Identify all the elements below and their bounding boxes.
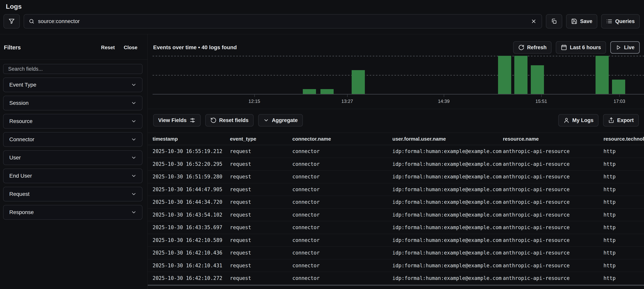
table-cell: request	[230, 161, 292, 167]
table-row[interactable]: 2025-10-30 16:43:54.102requestconnectori…	[148, 209, 644, 221]
filter-section-session[interactable]: Session	[3, 96, 142, 110]
table-row[interactable]: 2025-10-30 16:44:34.720requestconnectori…	[148, 196, 644, 209]
table-cell: http	[604, 212, 644, 218]
queries-button[interactable]: Queries	[601, 14, 640, 28]
reset-fields-button[interactable]: Reset fields	[205, 114, 254, 126]
table-row[interactable]: 2025-10-30 16:55:19.212requestconnectori…	[148, 145, 644, 158]
x-axis-tick	[347, 94, 348, 97]
table-cell: request	[230, 212, 292, 218]
chevron-down-icon	[131, 155, 137, 161]
top-bar: Logs Save Queries	[0, 3, 644, 34]
save-label: Save	[580, 18, 592, 24]
table-cell: idp:formal:human:example@example.com	[392, 225, 503, 230]
time-range-button[interactable]: Last 6 hours	[556, 41, 606, 54]
table-cell: connector	[292, 199, 392, 205]
export-label: Export	[617, 117, 634, 123]
reset-fields-label: Reset fields	[219, 117, 249, 123]
chevron-down-icon	[131, 191, 137, 197]
chart-bar[interactable]	[352, 70, 365, 94]
search-box[interactable]	[24, 14, 542, 28]
view-fields-button[interactable]: View Fields	[153, 114, 201, 126]
column-header-user.formal.user.name[interactable]: user.formal.user.name	[392, 136, 503, 142]
table-cell: anthropic-api-resource	[503, 148, 604, 154]
table-row[interactable]: 2025-10-30 15:52:00.737requestconnectori…	[148, 286, 644, 289]
table-row[interactable]: 2025-10-30 16:42:10.272requestconnectori…	[148, 272, 644, 285]
table-cell: idp:formal:human:example@example.com	[392, 187, 503, 192]
my-logs-button[interactable]: My Logs	[558, 114, 599, 126]
table-cell: connector	[292, 148, 392, 154]
table-cell: 2025-10-30 16:42:10.431	[152, 263, 230, 269]
filter-section-label: Event Type	[9, 82, 36, 88]
table-cell: 2025-10-30 16:42:10.272	[152, 275, 230, 281]
table-row[interactable]: 2025-10-30 16:51:59.280requestconnectori…	[148, 170, 644, 183]
column-header-resource.name[interactable]: resource.name	[503, 136, 604, 142]
table-cell: request	[230, 148, 292, 154]
table-cell: request	[230, 263, 292, 269]
table-row[interactable]: 2025-10-30 16:42:10.436requestconnectori…	[148, 247, 644, 259]
filter-section-request[interactable]: Request	[3, 187, 142, 201]
table-row[interactable]: 2025-10-30 16:42:10.589requestconnectori…	[148, 234, 644, 247]
filter-section-connector[interactable]: Connector	[3, 132, 142, 147]
table-cell: connector	[292, 187, 392, 192]
refresh-button[interactable]: Refresh	[513, 41, 552, 54]
column-header-event_type[interactable]: event_type	[230, 136, 292, 142]
table-cell: 2025-10-30 16:55:19.212	[152, 148, 230, 154]
table-row[interactable]: 2025-10-30 16:42:10.431requestconnectori…	[148, 259, 644, 272]
table-toolbar: View Fields Reset fields Aggregate My Lo…	[148, 109, 644, 131]
chart-bar[interactable]	[498, 56, 511, 94]
table-cell: connector	[292, 161, 392, 167]
table-row[interactable]: 2025-10-30 16:44:47.905requestconnectori…	[148, 183, 644, 196]
aggregate-button[interactable]: Aggregate	[258, 114, 303, 126]
search-fields-input[interactable]	[3, 64, 142, 74]
table-cell: http	[604, 199, 644, 205]
table-cell: anthropic-api-resource	[503, 212, 604, 218]
filter-section-event-type[interactable]: Event Type	[3, 77, 142, 92]
chart-bar[interactable]	[531, 65, 544, 94]
table-cell: idp:formal:human:example@example.com	[392, 174, 503, 180]
filters-title: Filters	[4, 44, 21, 51]
copy-query-button[interactable]	[546, 14, 562, 28]
chart-bar[interactable]	[303, 89, 316, 94]
reset-filters-button[interactable]: Reset	[101, 44, 115, 50]
search-row: Save Queries	[4, 14, 640, 28]
table-row[interactable]: 2025-10-30 16:43:35.697requestconnectori…	[148, 221, 644, 234]
table-cell: 2025-10-30 16:44:47.905	[152, 187, 230, 192]
filter-section-label: Session	[9, 100, 29, 106]
filter-section-resource[interactable]: Resource	[3, 114, 142, 129]
table-cell: request	[230, 275, 292, 281]
refresh-label: Refresh	[527, 44, 547, 50]
filter-toggle-button[interactable]	[4, 14, 20, 28]
export-button[interactable]: Export	[603, 114, 639, 126]
table-cell: idp:formal:human:example@example.com	[392, 237, 503, 243]
save-button[interactable]: Save	[566, 14, 597, 28]
logs-table: timestampevent_typeconnector.nameuser.fo…	[148, 133, 644, 289]
table-cell: anthropic-api-resource	[503, 263, 604, 269]
share-icon	[608, 117, 614, 123]
filters-header: Filters Reset Close	[3, 43, 142, 51]
table-cell: 2025-10-30 16:44:34.720	[152, 199, 230, 205]
table-cell: 2025-10-30 16:43:54.102	[152, 212, 230, 218]
clear-search-button[interactable]	[530, 18, 538, 24]
chart-bar[interactable]	[514, 56, 528, 94]
filter-section-response[interactable]: Response	[3, 205, 142, 220]
filter-section-user[interactable]: User	[3, 150, 142, 165]
column-header-resource.technology[interactable]: resource.technology	[604, 136, 644, 142]
main-header: Events over time • 40 logs found Refresh…	[148, 34, 644, 54]
play-icon	[616, 44, 621, 50]
column-header-connector.name[interactable]: connector.name	[292, 136, 392, 142]
table-cell: connector	[292, 174, 392, 180]
table-cell: idp:formal:human:example@example.com	[392, 263, 503, 269]
table-cell: request	[230, 199, 292, 205]
table-cell: 2025-10-30 16:51:59.280	[152, 174, 230, 180]
chart-bar[interactable]	[596, 56, 609, 94]
filter-section-end-user[interactable]: End User	[3, 169, 142, 183]
table-row[interactable]: 2025-10-30 16:52:20.295requestconnectori…	[148, 158, 644, 171]
column-header-timestamp[interactable]: timestamp	[152, 136, 230, 142]
chart-bar[interactable]	[320, 89, 334, 94]
table-cell: http	[604, 187, 644, 192]
live-button[interactable]: Live	[610, 41, 640, 54]
chart-bar[interactable]	[612, 80, 625, 94]
filter-section-label: Response	[9, 209, 34, 215]
close-filters-button[interactable]: Close	[124, 44, 138, 50]
search-input[interactable]	[38, 18, 526, 24]
